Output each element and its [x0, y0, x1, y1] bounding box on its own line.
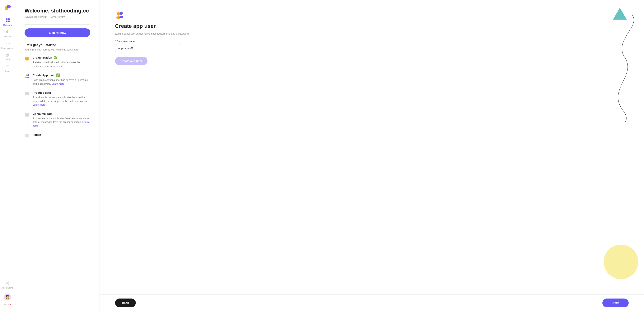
svg-point-6	[6, 54, 8, 55]
users-label: Users	[5, 58, 10, 61]
step-2-check: ✅	[56, 73, 60, 77]
schemaverse-icon: </>	[5, 41, 10, 46]
step-2-content: Create App user ✅ Each producer/consumer…	[32, 73, 90, 86]
right-panel-content: Create app user Each producer/consumer h…	[100, 0, 644, 294]
logs-icon	[5, 64, 10, 69]
stations-label: Stations	[4, 35, 12, 38]
step-1-title-row: Create Station ✅	[32, 56, 90, 59]
step-4-title: Consume data	[32, 112, 52, 115]
svg-rect-2	[6, 31, 7, 33]
user-avatar[interactable]: 🧑	[4, 293, 11, 300]
step-1-title: Create Station	[32, 56, 52, 59]
step-3-desc: A producer is the source application/ser…	[32, 95, 90, 107]
step-2-learn-more[interactable]: Learn more	[52, 82, 64, 85]
step-5-content: Finish	[32, 133, 41, 138]
sidebar-item-overview[interactable]: Overview	[0, 16, 15, 28]
step-3-title-row: Produce data	[32, 91, 90, 94]
step-3-title: Produce data	[32, 91, 51, 94]
station-step-icon	[24, 56, 30, 61]
schemaverse-label: Schemaverse	[1, 47, 14, 49]
svg-point-7	[8, 54, 9, 55]
stations-icon	[5, 29, 10, 35]
step-4-title-row: Consume data	[32, 112, 90, 115]
step-2-title: Create App user	[32, 74, 55, 77]
step-1-learn-more[interactable]: Learn more	[50, 65, 62, 68]
sidebar-item-stations[interactable]: Stations	[0, 28, 15, 39]
left-panel: Welcome, slothcoding.cc "Data is the new…	[15, 0, 100, 311]
step-4-left	[24, 112, 30, 128]
svg-point-28	[117, 12, 120, 16]
svg-point-31	[119, 16, 123, 18]
lets-started-subtitle: Your streaming journey with Memphis star…	[24, 48, 90, 51]
decoration-wrap	[567, 0, 644, 294]
svg-rect-11	[6, 66, 8, 66]
step-1-desc: A station is a distributed unit that sto…	[32, 61, 90, 68]
sidebar-item-logs[interactable]: Logs	[0, 62, 15, 74]
welcome-subtitle: "Data is the new oil" — Clive Humby	[24, 15, 90, 18]
step-5-title: Finish	[32, 133, 41, 136]
svg-point-23	[28, 74, 29, 76]
lets-started-title: Let's get you started	[24, 43, 90, 47]
username-input[interactable]	[115, 44, 180, 52]
sidebar-bottom: Integrations 🧑 v1.1.1	[2, 279, 13, 308]
form-description: Each producer/consumer has to have a use…	[115, 32, 629, 35]
app-user-step-icon	[24, 73, 30, 79]
svg-rect-26	[25, 113, 29, 117]
svg-rect-20	[26, 60, 28, 61]
svg-rect-10	[6, 65, 9, 66]
integrations-icon	[5, 280, 10, 286]
svg-rect-25	[25, 92, 29, 95]
svg-line-17	[7, 283, 8, 284]
step-3-line	[27, 97, 28, 107]
required-marker: *	[115, 40, 116, 43]
step-3-learn-more[interactable]: Learn more	[32, 103, 45, 106]
step-create-app-user: Create App user ✅ Each producer/consumer…	[24, 73, 90, 86]
step-2-left	[24, 73, 30, 86]
back-button[interactable]: Back	[115, 298, 136, 307]
finish-step-icon	[24, 133, 30, 138]
svg-point-9	[8, 56, 9, 57]
step-2-line	[27, 80, 28, 86]
svg-point-30	[120, 12, 123, 15]
step-5-left	[24, 133, 30, 138]
svg-point-1	[7, 5, 11, 9]
svg-rect-3	[7, 30, 8, 33]
logs-label: Logs	[5, 70, 10, 72]
divider	[24, 24, 90, 25]
overview-icon	[5, 18, 10, 23]
svg-point-13	[6, 282, 7, 284]
main-content: Welcome, slothcoding.cc "Data is the new…	[15, 0, 644, 311]
integrations-label: Integrations	[2, 287, 13, 289]
step-4-content: Consume data A consumer is the applicati…	[32, 112, 90, 128]
step-create-station: Create Station ✅ A station is a distribu…	[24, 56, 90, 68]
step-3-left	[24, 91, 30, 107]
step-produce-data: Produce data A producer is the source ap…	[24, 91, 90, 107]
svg-point-21	[26, 75, 28, 76]
overview-label: Overview	[3, 24, 12, 26]
step-consume-data: Consume data A consumer is the applicati…	[24, 112, 90, 128]
step-finish: Finish	[24, 133, 90, 138]
svg-line-16	[7, 282, 8, 283]
svg-point-14	[8, 281, 10, 282]
panel-user-icon-group	[115, 11, 629, 19]
sidebar-item-schemaverse[interactable]: </> Schemaverse	[0, 39, 15, 51]
svg-rect-4	[9, 31, 10, 33]
user-icon-svg	[115, 11, 125, 19]
step-1-line	[27, 62, 28, 68]
skip-for-now-button[interactable]: Skip for now	[24, 29, 90, 37]
step-4-line	[27, 118, 28, 128]
create-app-user-button[interactable]: Create app user	[115, 57, 148, 65]
bottom-bar: Back Next	[100, 294, 644, 311]
svg-text:</>: </>	[6, 42, 10, 45]
version-info: v1.1.1	[4, 303, 11, 306]
svg-point-15	[8, 284, 10, 285]
step-4-desc: A consumer is the application/service th…	[32, 117, 90, 128]
step-2-desc: Each producer/consumer has to have a use…	[32, 78, 90, 86]
app-logo	[4, 3, 12, 12]
step-3-content: Produce data A producer is the source ap…	[32, 91, 90, 107]
sidebar-item-integrations[interactable]: Integrations	[2, 279, 13, 290]
deco-circle	[604, 245, 638, 279]
sidebar-item-users[interactable]: Users	[0, 51, 15, 62]
next-button[interactable]: Next	[602, 298, 629, 307]
right-panel: Create app user Each producer/consumer h…	[100, 0, 644, 311]
